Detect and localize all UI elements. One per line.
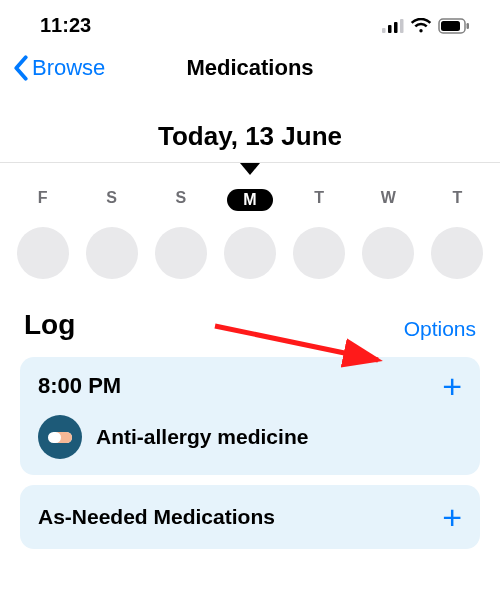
- day-bubble[interactable]: [224, 227, 276, 279]
- weekday-w[interactable]: W: [365, 189, 411, 211]
- day-bubble[interactable]: [155, 227, 207, 279]
- status-time: 11:23: [40, 14, 91, 37]
- medication-name: Anti-allergy medicine: [96, 425, 308, 449]
- add-log-button[interactable]: +: [442, 375, 462, 397]
- as-needed-title: As-Needed Medications: [38, 505, 275, 529]
- svg-rect-0: [382, 28, 386, 33]
- svg-rect-6: [467, 23, 470, 29]
- caret-down-icon: [0, 163, 500, 175]
- day-bubble[interactable]: [431, 227, 483, 279]
- weekday-s2[interactable]: S: [158, 189, 204, 211]
- wifi-icon: [410, 18, 432, 34]
- weekday-f[interactable]: F: [20, 189, 66, 211]
- day-bubble-row: [0, 221, 500, 299]
- as-needed-card[interactable]: As-Needed Medications +: [20, 485, 480, 549]
- nav-bar: Browse Medications: [0, 45, 500, 99]
- svg-rect-2: [394, 22, 398, 33]
- svg-rect-5: [441, 21, 460, 31]
- day-bubble[interactable]: [86, 227, 138, 279]
- weekday-t[interactable]: T: [296, 189, 342, 211]
- log-header: Log Options: [0, 299, 500, 347]
- weekday-t2[interactable]: T: [434, 189, 480, 211]
- back-button[interactable]: Browse: [12, 55, 105, 81]
- weekday-s[interactable]: S: [89, 189, 135, 211]
- cellular-icon: [382, 19, 404, 33]
- day-bubble[interactable]: [293, 227, 345, 279]
- svg-rect-1: [388, 25, 392, 33]
- options-link[interactable]: Options: [404, 317, 476, 341]
- medication-row[interactable]: Anti-allergy medicine: [38, 415, 462, 459]
- day-bubble[interactable]: [362, 227, 414, 279]
- log-group-card[interactable]: 8:00 PM + Anti-allergy medicine: [20, 357, 480, 475]
- status-indicators: [382, 18, 470, 34]
- log-group-time: 8:00 PM: [38, 373, 121, 399]
- battery-icon: [438, 18, 470, 34]
- pill-icon: [38, 415, 82, 459]
- log-group-header: 8:00 PM +: [38, 373, 462, 399]
- status-bar: 11:23: [0, 0, 500, 45]
- svg-rect-3: [400, 19, 404, 33]
- day-bubble[interactable]: [17, 227, 69, 279]
- log-title: Log: [24, 309, 75, 341]
- weekday-m-selected[interactable]: M: [227, 189, 273, 211]
- weekday-row: F S S M T W T: [0, 175, 500, 221]
- date-heading: Today, 13 June: [0, 99, 500, 162]
- back-label: Browse: [32, 55, 105, 81]
- chevron-left-icon: [12, 55, 30, 81]
- page-title: Medications: [186, 55, 313, 81]
- add-as-needed-button[interactable]: +: [442, 506, 462, 528]
